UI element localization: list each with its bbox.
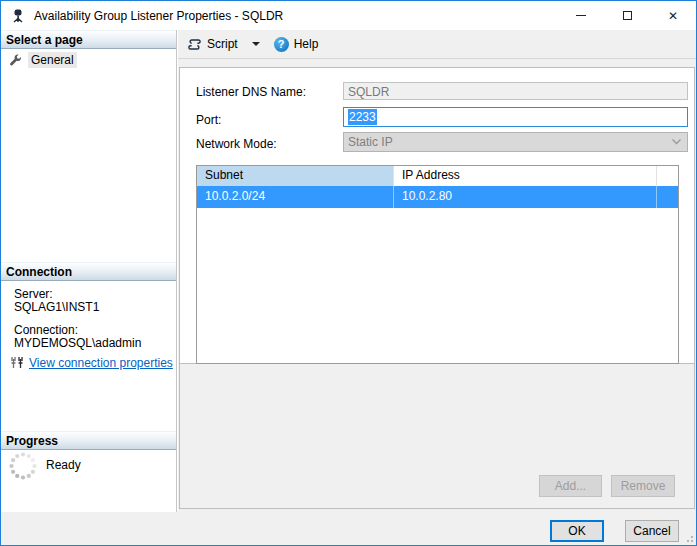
- listener-app-icon: [10, 8, 26, 24]
- port-label: Port:: [196, 113, 221, 127]
- maximize-button[interactable]: [604, 1, 650, 30]
- help-button[interactable]: ? Help: [270, 32, 323, 56]
- chevron-down-icon: [252, 42, 260, 46]
- listener-dns-name-field: SQLDR: [343, 82, 688, 100]
- help-icon: ?: [274, 37, 289, 52]
- minimize-icon: [576, 15, 586, 16]
- progress-header: Progress: [1, 431, 176, 450]
- progress-spinner-icon: [8, 451, 38, 481]
- table-row[interactable]: 10.0.2.0/24 10.0.2.80: [197, 186, 678, 208]
- connection-value: MYDEMOSQL\adadmin: [14, 336, 141, 350]
- dropdown-chevron-icon: [672, 139, 681, 145]
- ip-address-cell: 10.0.2.80: [394, 186, 657, 208]
- script-button[interactable]: Script: [183, 32, 242, 56]
- bottom-bar: OK Cancel: [1, 512, 696, 545]
- view-connection-properties-link[interactable]: View connection properties: [29, 356, 173, 370]
- network-mode-label: Network Mode:: [196, 137, 277, 151]
- select-a-page-header: Select a page: [1, 30, 176, 49]
- maximize-icon: [623, 11, 632, 20]
- sidebar: Select a page General Connection Server:…: [1, 30, 177, 512]
- titlebar: Availability Group Listener Properties -…: [1, 1, 696, 30]
- server-value: SQLAG1\INST1: [14, 300, 99, 314]
- port-selected-text: 2233: [348, 109, 377, 125]
- sidebar-item-label: General: [28, 52, 77, 68]
- script-label: Script: [207, 37, 238, 51]
- page-title: Availability Group Listener Properties -…: [34, 9, 283, 23]
- connection-properties-icon: [9, 355, 25, 371]
- filler-column-header: [657, 166, 678, 186]
- filler-cell: [657, 186, 678, 208]
- port-input[interactable]: 2233: [343, 107, 688, 127]
- listener-dns-name-label: Listener DNS Name:: [196, 85, 306, 99]
- help-label: Help: [294, 37, 319, 51]
- toolbar: Script ? Help: [178, 30, 696, 59]
- network-mode-value: Static IP: [348, 135, 393, 149]
- connection-label: Connection:: [14, 323, 78, 337]
- view-connection-properties-row: View connection properties: [9, 355, 173, 371]
- minimize-button[interactable]: [558, 1, 604, 30]
- ip-address-column-header[interactable]: IP Address: [394, 166, 657, 186]
- main-panel: Script ? Help Listener DNS Name: SQLDR P…: [178, 30, 696, 512]
- progress-status: Ready: [46, 458, 81, 472]
- script-icon: [187, 37, 202, 52]
- window-controls: ✕: [558, 1, 696, 30]
- subnet-table: Subnet IP Address 10.0.2.0/24 10.0.2.80: [196, 165, 679, 364]
- cancel-button[interactable]: Cancel: [625, 520, 679, 542]
- sidebar-item-general[interactable]: General: [1, 51, 176, 69]
- server-label: Server:: [14, 287, 53, 301]
- resize-grip[interactable]: [682, 531, 694, 543]
- general-page: Listener DNS Name: SQLDR Port: 2233 Netw…: [179, 67, 695, 509]
- dialog-window: Availability Group Listener Properties -…: [0, 0, 697, 546]
- network-mode-dropdown: Static IP: [343, 132, 688, 152]
- connection-header: Connection: [1, 262, 176, 281]
- wrench-icon: [8, 53, 23, 68]
- form-section: Listener DNS Name: SQLDR Port: 2233 Netw…: [180, 68, 694, 364]
- script-dropdown-button[interactable]: [242, 32, 270, 56]
- close-button[interactable]: ✕: [650, 1, 696, 30]
- subnet-column-header[interactable]: Subnet: [197, 166, 394, 186]
- close-icon: ✕: [668, 10, 678, 22]
- add-button: Add...: [539, 475, 602, 497]
- ok-button[interactable]: OK: [550, 520, 604, 542]
- subnet-cell: 10.0.2.0/24: [197, 186, 394, 208]
- remove-button: Remove: [611, 475, 675, 497]
- table-header-row: Subnet IP Address: [197, 166, 678, 186]
